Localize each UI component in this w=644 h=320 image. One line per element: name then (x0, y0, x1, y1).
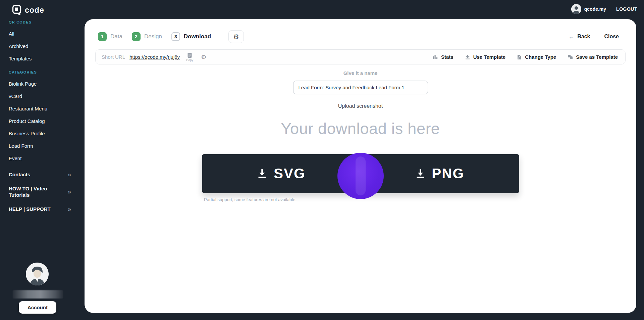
sidebar-item-biolink-page[interactable]: Biolink Page (9, 81, 71, 87)
sidebar: code QR CODES All Archived Templates CAT… (0, 0, 85, 320)
account-name: qcode.my (584, 6, 606, 12)
sidebar-link-label: Contacts (9, 172, 53, 178)
qr-preview-highlight (356, 156, 366, 195)
wizard-header: 1 Data 2 Design 3 Download ⚙ ← Back Clos… (98, 30, 619, 43)
sidebar-section-categories: CATEGORIES (9, 70, 71, 74)
topbar: qcode.my LOGOUT (571, 4, 637, 14)
download-icon (465, 54, 470, 60)
main-card: 1 Data 2 Design 3 Download ⚙ ← Back Clos… (85, 19, 636, 313)
sidebar-nav: QR CODES All Archived Templates CATEGORI… (9, 20, 71, 213)
sidebar-item-event[interactable]: Event (9, 155, 71, 161)
png-download-button[interactable]: PNG (415, 166, 464, 182)
save-as-template-button[interactable]: Save as Template (568, 54, 618, 60)
back-button[interactable]: ← Back (568, 33, 590, 40)
wizard-steps: 1 Data 2 Design 3 Download ⚙ (98, 30, 244, 43)
sidebar-item-lead-form[interactable]: Lead Form (9, 143, 71, 149)
redacted-text (13, 290, 63, 299)
qcode-logo[interactable]: code (12, 4, 44, 16)
sidebar-item-vcard[interactable]: vCard (9, 93, 71, 99)
step-label: Data (110, 33, 122, 40)
settings-gear-button[interactable]: ⚙ (228, 30, 244, 43)
sidebar-link-label: HOW TO | Video Tutorials (9, 186, 53, 198)
partial-support-note: Partial support, some features are not a… (204, 197, 297, 202)
step-number-badge: 3 (171, 32, 180, 41)
step-label: Design (144, 33, 162, 40)
sidebar-avatar (26, 263, 49, 285)
copy-icon (187, 52, 192, 58)
sidebar-item-all[interactable]: All (9, 31, 71, 37)
copy-button[interactable]: Copy (186, 52, 193, 62)
format-label: PNG (432, 166, 464, 182)
sidebar-item-product-catalog[interactable]: Product Catalog (9, 118, 71, 124)
svg-download-button[interactable]: SVG (257, 166, 306, 182)
sidebar-item-how-to-tutorials[interactable]: HOW TO | Video Tutorials » (9, 186, 71, 198)
logout-button[interactable]: LOGOUT (616, 6, 637, 12)
name-field-label: Give it a name (85, 70, 636, 76)
step-number-badge: 1 (98, 32, 107, 41)
url-settings-gear-button[interactable]: ⚙ (201, 54, 206, 60)
action-label: Change Type (525, 54, 556, 60)
step-number-badge: 2 (132, 32, 141, 41)
account-button[interactable]: Account (19, 301, 56, 314)
format-label: SVG (274, 166, 306, 182)
action-label: Use Template (473, 54, 505, 60)
qr-code-preview (337, 153, 384, 199)
user-menu[interactable]: qcode.my (571, 4, 606, 14)
download-heading: Your download is here (85, 119, 636, 138)
sidebar-section-qr-codes: QR CODES (9, 20, 71, 24)
short-url-label: Short URL (102, 54, 125, 60)
save-template-icon (568, 54, 573, 59)
short-url-row: Short URL https://qcode.my/rjuj6y Copy ⚙ (95, 49, 626, 64)
change-type-button[interactable]: Change Type (517, 54, 556, 60)
sidebar-item-archived[interactable]: Archived (9, 43, 71, 49)
action-label: Stats (441, 54, 453, 60)
sidebar-item-restaurant-menu[interactable]: Restaurant Menu (9, 106, 71, 111)
sidebar-item-templates[interactable]: Templates (9, 56, 71, 61)
close-button[interactable]: Close (604, 34, 619, 40)
change-type-icon (517, 54, 522, 60)
stats-button[interactable]: Stats (432, 54, 453, 60)
name-input[interactable] (293, 81, 428, 94)
chevron-double-right-icon: » (68, 171, 71, 178)
arrow-left-icon: ← (568, 33, 574, 40)
back-label: Back (577, 34, 590, 40)
copy-label: Copy (186, 58, 193, 62)
download-icon (415, 168, 426, 179)
chevron-double-right-icon: » (68, 188, 71, 195)
use-template-button[interactable]: Use Template (465, 54, 505, 60)
sidebar-item-help-support[interactable]: HELP | SUPPORT » (9, 206, 71, 213)
chevron-double-right-icon: » (68, 206, 71, 213)
bar-chart-icon (432, 54, 438, 59)
action-label: Save as Template (576, 54, 618, 60)
upload-screenshot-button[interactable]: Upload screenshot (85, 103, 636, 109)
step-data[interactable]: 1 Data (98, 32, 122, 41)
url-actions: Stats Use Template Change Type (432, 54, 625, 60)
sidebar-item-contacts[interactable]: Contacts » (9, 171, 71, 178)
step-label: Download (184, 33, 211, 40)
step-download[interactable]: 3 Download (171, 32, 211, 41)
gear-icon: ⚙ (233, 33, 239, 40)
app-root: { "colors": { "accent_green": "#4ea667",… (0, 0, 644, 320)
logo-text: code (25, 6, 44, 15)
step-design[interactable]: 2 Design (132, 32, 162, 41)
user-avatar (571, 4, 581, 14)
sidebar-item-business-profile[interactable]: Business Profile (9, 131, 71, 136)
qr-logo-icon (12, 4, 23, 16)
short-url-link[interactable]: https://qcode.my/rjuj6y (129, 54, 180, 60)
download-icon (257, 168, 268, 179)
sidebar-link-label: HELP | SUPPORT (9, 206, 53, 213)
